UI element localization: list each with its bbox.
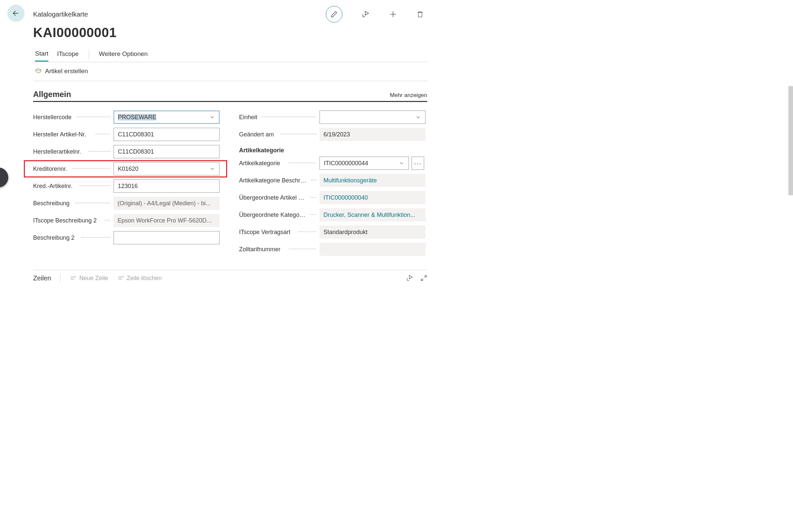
tab-bar: Start ITscope Weitere Optionen [33,49,427,62]
label-artikelkategorie-beschr: Artikelkategorie Beschr… [239,177,320,184]
tab-itscope[interactable]: ITscope [57,50,78,61]
svg-line-14 [424,276,427,278]
field-einheit[interactable] [320,111,426,124]
field-zolltarifnummer [320,243,426,256]
new-line-action[interactable]: Neue Zeile [70,275,108,282]
label-itscope-beschr2: ITscope Beschreibung 2 [33,217,114,224]
edit-button[interactable] [326,6,342,22]
section-title-allgemein[interactable]: Allgemein [33,90,71,99]
back-button[interactable] [7,5,24,22]
lines-share-button[interactable] [406,274,413,282]
share-icon [406,274,413,282]
arrow-left-icon [12,9,20,17]
chevron-down-icon [209,166,215,172]
pencil-icon [331,11,338,18]
label-kred-artikelnr: Kred.-Artikelnr. [33,183,114,190]
field-geaendert-am: 6/19/2023 [320,128,426,141]
share-icon [362,10,370,18]
delete-line-label: Zeile löschen [127,275,162,282]
scrollbar[interactable] [788,86,793,195]
section-title-zeilen[interactable]: Zeilen [33,274,51,282]
input-beschreibung2[interactable] [118,234,215,241]
label-uebergeordnete-artikel: Übergeordnete Artikel … [239,194,320,201]
label-zolltarifnummer: Zolltarifnummer [239,246,320,253]
highlighted-row-kreditorennr: Kreditorennr. K01620 [24,160,227,177]
page-title: KAI00000001 [33,25,437,40]
field-itscope-beschr2: Epson WorkForce Pro WF-5620D... [114,214,220,227]
label-beschreibung: Beschreibung [33,200,114,207]
chevron-down-icon [209,114,215,120]
field-uebergeordnete-kategor[interactable]: Drucker, Scanner & Multifunktion... [320,208,426,222]
new-line-icon [70,276,76,281]
delete-line-icon [117,276,124,281]
svg-line-15 [421,279,423,281]
field-herstellercode[interactable]: PROSEWARE [114,111,220,124]
input-herstellerartikelnr[interactable] [118,148,215,155]
tab-start[interactable]: Start [35,50,48,61]
maximize-icon [420,275,427,281]
delete-button[interactable] [417,10,424,18]
field-kred-artikelnr[interactable] [114,179,220,193]
label-hersteller-artikel-nr: Hersteller Artikel-Nr. [33,131,114,138]
new-line-label: Neue Zeile [79,275,108,282]
new-button[interactable] [389,10,397,19]
field-uebergeordnete-artikel[interactable]: ITIC0000000040 [320,191,426,204]
label-artikelkategorie: Artikelkategorie [239,160,320,167]
chevron-left-icon [0,174,2,181]
field-beschreibung: (Original) - A4/Legal (Medien) - bi... [114,197,220,210]
lines-maximize-button[interactable] [420,275,427,281]
plus-icon [389,10,397,19]
separator [60,273,61,283]
chevron-down-icon [415,114,421,120]
show-more-link[interactable]: Mehr anzeigen [390,92,427,99]
field-beschreibung2[interactable] [114,231,220,244]
artikelkategorie-lookup-button[interactable]: ··· [412,157,424,170]
subheading-artikelkategorie: Artikelkategorie [239,143,427,155]
label-uebergeordnete-kategor: Übergeordnete Katego… [239,211,320,218]
field-hersteller-artikel-nr[interactable] [114,128,220,141]
create-item-label: Artikel erstellen [45,68,88,75]
label-itscope-vertragsart: ITscope Vertragsart [239,229,320,236]
tab-more-options[interactable]: Weitere Optionen [99,50,148,61]
label-herstellerartikelnr: Herstellerartikelnr. [33,148,114,155]
create-item-icon [35,68,42,75]
svg-rect-2 [418,13,422,17]
field-kreditorennr[interactable]: K01620 [114,162,220,175]
chevron-down-icon [399,160,404,166]
input-hersteller-artikel-nr[interactable] [118,131,215,138]
field-herstellerartikelnr[interactable] [114,145,220,158]
label-beschreibung2: Beschreibung 2 [33,234,114,241]
input-kred-artikelnr[interactable] [118,183,215,190]
label-geaendert-am: Geändert am [239,131,320,138]
field-itscope-vertragsart: Standardprodukt [320,225,426,239]
create-item-action[interactable]: Artikel erstellen [35,68,88,75]
breadcrumb: Katalogartikelkarte [33,11,326,18]
field-artikelkategorie-beschr[interactable]: Multifunktionsgeräte [320,174,426,187]
field-artikelkategorie[interactable]: ITIC0000000044 [320,157,409,170]
label-kreditorennr: Kreditorennr. [33,166,114,172]
delete-line-action[interactable]: Zeile löschen [117,275,162,282]
label-einheit: Einheit [239,114,320,121]
label-herstellercode: Herstellercode [33,114,114,121]
share-button[interactable] [362,10,370,18]
trash-icon [417,10,424,18]
